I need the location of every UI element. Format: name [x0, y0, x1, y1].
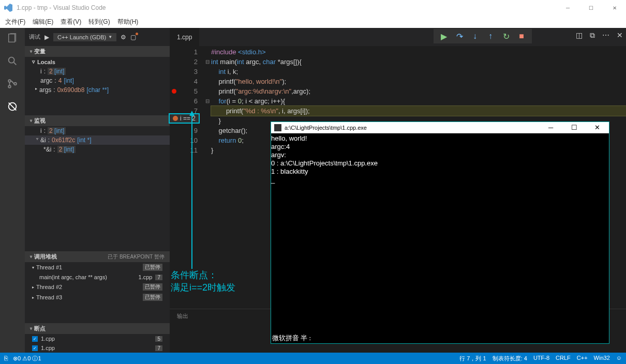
menu-file[interactable]: 文件(F) — [5, 18, 25, 26]
terminal-title: a:\C\LightProjects\tmp\1.cpp.exe — [285, 124, 539, 132]
menu-edit[interactable]: 编辑(E) — [33, 18, 53, 26]
step-into-icon[interactable]: ↓ — [471, 32, 479, 40]
callstack-section-header[interactable]: ▿调用堆栈已于 BREAKPOINT 暂停 — [25, 251, 170, 262]
menu-help[interactable]: 帮助(H) — [117, 18, 139, 26]
checkbox-icon[interactable]: ✓ — [32, 336, 38, 342]
svg-rect-0 — [9, 34, 15, 42]
indent-status[interactable]: 制表符长度: 4 — [493, 355, 527, 362]
locals-header[interactable]: ▿Locals — [25, 57, 170, 67]
split-editor-icon[interactable]: ◫ — [576, 31, 583, 40]
conditional-breakpoint-dot-icon — [173, 116, 178, 121]
debug-header: 调试 ▶ C++ Launch (GDB) ▼ ⚙ ▢ — [25, 28, 170, 46]
svg-point-5 — [14, 83, 17, 85]
terminal-output: hello, world! argc:4 argv: 0 : a:\C\Ligh… — [271, 133, 609, 185]
variables-section-header[interactable]: ▿变量 — [25, 46, 170, 57]
toggle-layout-icon[interactable]: ⧉ — [590, 31, 595, 40]
window-title: 1.cpp - tmp - Visual Studio Code — [17, 4, 556, 11]
terminal-maximize-button[interactable]: ☐ — [562, 124, 586, 132]
language-status[interactable]: C++ — [577, 355, 588, 362]
menu-view[interactable]: 查看(V) — [61, 18, 81, 26]
thread-3[interactable]: ▸Thread #3已暂停 — [25, 292, 170, 302]
stop-icon[interactable]: ■ — [517, 32, 526, 40]
target-status[interactable]: Win32 — [594, 355, 610, 362]
launch-config-combo[interactable]: C++ Launch (GDB) ▼ — [53, 33, 116, 41]
activity-bar — [0, 28, 25, 353]
terminal-titlebar[interactable]: a:\C\LightProjects\tmp\1.cpp.exe ─ ☐ ✕ — [271, 122, 609, 133]
fold-icon[interactable]: ⊟ — [204, 57, 211, 67]
breakpoint-dot[interactable] — [172, 89, 176, 94]
variable-i[interactable]: i:2 [int] — [25, 67, 170, 76]
encoding-status[interactable]: UTF-8 — [533, 355, 549, 362]
tab-1cpp[interactable]: 1.cpp — [170, 28, 199, 46]
fold-icon[interactable]: ⊟ — [204, 96, 211, 106]
scm-icon[interactable] — [6, 78, 19, 90]
breakpoint-1[interactable]: ✓1.cpp5 — [25, 334, 170, 343]
eol-status[interactable]: CRLF — [556, 355, 571, 362]
checkbox-icon[interactable]: ✓ — [32, 345, 38, 351]
terminal-app-icon — [274, 124, 281, 131]
restart-icon[interactable]: ↻ — [502, 32, 510, 40]
maximize-button[interactable]: ☐ — [579, 0, 603, 16]
problems-status[interactable]: ⊗0 ⚠0 ⓘ1 — [13, 355, 41, 362]
terminal-window[interactable]: a:\C\LightProjects\tmp\1.cpp.exe ─ ☐ ✕ h… — [271, 122, 609, 344]
variable-args[interactable]: ▸args: 0x690db8 [char **] — [25, 85, 170, 95]
thread-2[interactable]: ▸Thread #2已暂停 — [25, 282, 170, 292]
menubar: 文件(F) 编辑(E) 查看(V) 转到(G) 帮助(H) — [0, 16, 626, 28]
breakpoints-section-header[interactable]: ▿断点 — [25, 323, 170, 334]
watch-i[interactable]: i:2 [int] — [25, 126, 170, 135]
debug-toolbar[interactable]: ▶ ↷ ↓ ↑ ↻ ■ — [434, 29, 532, 43]
close-button[interactable]: ✕ — [603, 0, 626, 16]
svg-line-2 — [14, 63, 17, 65]
close-editor-icon[interactable]: ✕ — [617, 31, 623, 40]
terminal-minimize-button[interactable]: ─ — [539, 124, 562, 132]
debug-console-icon[interactable]: ▢ — [130, 34, 136, 41]
continue-icon[interactable]: ▶ — [440, 32, 448, 40]
stack-frame-main[interactable]: main(int argc, char ** args)1.cpp7 — [25, 272, 170, 282]
svg-point-4 — [8, 85, 11, 88]
step-over-icon[interactable]: ↷ — [455, 32, 464, 40]
gear-icon[interactable]: ⚙ — [121, 34, 126, 41]
annotation-arrow — [191, 115, 192, 269]
annotation-text: 条件断点： 满足i==2时触发 — [171, 269, 235, 294]
debug-label: 调试 — [29, 33, 40, 41]
conditional-breakpoint-badge[interactable]: i == 2 — [169, 113, 200, 124]
svg-point-1 — [9, 57, 14, 63]
svg-point-3 — [8, 80, 11, 82]
debug-sidebar: 调试 ▶ C++ Launch (GDB) ▼ ⚙ ▢ ▿变量 ▿Locals … — [25, 28, 170, 353]
window-titlebar: 1.cpp - tmp - Visual Studio Code ─ ☐ ✕ — [0, 0, 626, 16]
breakpoint-2[interactable]: ✓1.cpp7 — [25, 343, 170, 353]
watch-addr-i[interactable]: ▿&i: 0x61ff2c [int *] — [25, 135, 170, 145]
start-debug-icon[interactable]: ▶ — [44, 34, 49, 41]
search-icon[interactable] — [6, 55, 19, 67]
step-out-icon[interactable]: ↑ — [486, 32, 495, 40]
thread-1[interactable]: ▾Thread #1已暂停 — [25, 262, 170, 272]
explorer-icon[interactable] — [6, 32, 19, 44]
menu-goto[interactable]: 转到(G) — [88, 18, 110, 26]
debug-icon[interactable] — [6, 100, 19, 113]
ime-status: 微软拼音 半 : — [272, 334, 311, 342]
terminal-close-button[interactable]: ✕ — [586, 124, 609, 132]
watch-section-header[interactable]: ▿监视 — [25, 115, 170, 126]
status-bar: ⎘ ⊗0 ⚠0 ⓘ1 行 7，列 1 制表符长度: 4 UTF-8 CRLF C… — [0, 353, 626, 364]
editor-actions: ◫ ⧉ ⋯ ✕ — [576, 31, 623, 40]
minimize-button[interactable]: ─ — [556, 0, 579, 16]
vscode-icon — [4, 4, 12, 12]
cursor-position[interactable]: 行 7，列 1 — [459, 355, 486, 362]
variable-argc[interactable]: argc: 4 [int] — [25, 76, 170, 85]
output-label: 输出 — [177, 313, 188, 319]
feedback-icon[interactable]: ☺ — [616, 355, 622, 362]
remote-icon[interactable]: ⎘ — [4, 355, 8, 362]
more-actions-icon[interactable]: ⋯ — [602, 31, 609, 40]
watch-deref-i[interactable]: *&i:2 [int] — [25, 145, 170, 154]
editor-tabs: 1.cpp — [170, 28, 626, 46]
